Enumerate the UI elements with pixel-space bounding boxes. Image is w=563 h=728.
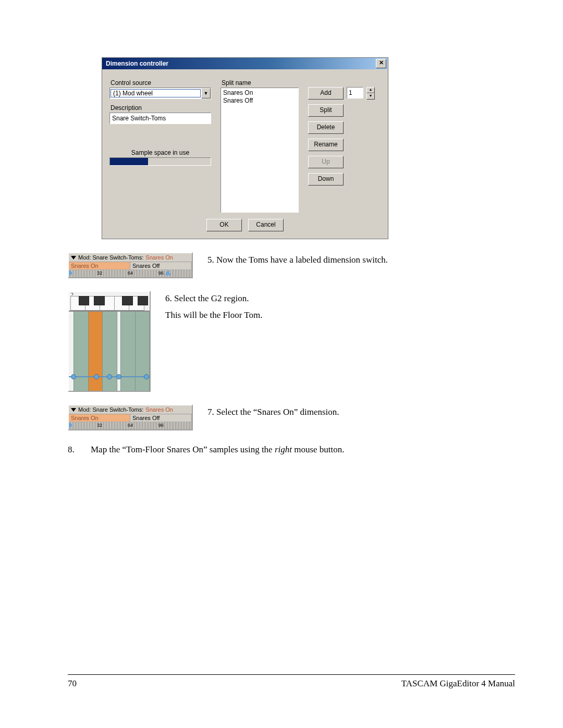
up-button[interactable]: Up: [308, 156, 344, 168]
step-8b: mouse button.: [292, 445, 345, 454]
ruler-tick: 64: [128, 270, 133, 276]
split-snares-off[interactable]: Snares Off: [130, 414, 192, 422]
split-snares-on[interactable]: Snares On: [69, 414, 130, 422]
sample-space-label: Sample space in use: [109, 149, 211, 156]
sample-space-progress: [109, 157, 211, 166]
split-name-label: Split name: [222, 79, 299, 87]
step-7-text: 7. Select the “Snares On” dimension.: [207, 404, 339, 419]
control-source-combobox[interactable]: (1) Mod wheel ▼: [109, 88, 211, 99]
split-button[interactable]: Split: [308, 104, 344, 117]
step-8a: Map the “Tom-Floor Snares On” samples us…: [91, 445, 275, 454]
description-input[interactable]: Snare Switch-Toms: [109, 113, 211, 124]
dimension-ruler: 32 64 96: [69, 269, 192, 277]
footer-rule: [68, 674, 515, 675]
step-8-number: 8.: [68, 443, 77, 456]
spinner-down-icon[interactable]: ▼: [366, 93, 375, 100]
cancel-button[interactable]: Cancel: [248, 219, 284, 231]
dialog-title-text: Dimension controller: [106, 60, 168, 67]
delete-button[interactable]: Delete: [308, 121, 344, 134]
mod-switch-label: Mod: Snare Switch-Toms:: [78, 254, 143, 261]
step-5-text: 5. Now the Toms have a labeled dimension…: [207, 252, 388, 267]
step-6-text: 6. Select the G2 region.: [165, 292, 262, 305]
ruler-tick: 32: [97, 423, 102, 428]
triangle-down-icon: [71, 408, 76, 412]
ruler-tick: 96: [158, 270, 164, 276]
dialog-titlebar: Dimension controller ✕: [102, 58, 388, 69]
control-source-label: Control source: [111, 79, 211, 87]
control-source-value: (1) Mod wheel: [111, 89, 201, 97]
ruler-tick: 96: [158, 423, 164, 428]
dimension-ruler: 32 64 96: [69, 422, 192, 429]
ok-button[interactable]: OK: [206, 219, 242, 231]
dimension-controller-dialog: Dimension controller ✕ Control source (1…: [102, 57, 388, 239]
mod-switch-state: Snares On: [145, 254, 173, 261]
chevron-down-icon[interactable]: ▼: [201, 88, 211, 98]
page-number: 70: [68, 678, 77, 689]
description-label: Description: [111, 104, 211, 112]
mod-switch-panel-2: Mod: Snare Switch-Toms: Snares On Snares…: [68, 404, 193, 430]
spinner-up-icon[interactable]: ▲: [366, 87, 375, 93]
close-icon[interactable]: ✕: [376, 59, 386, 68]
list-item[interactable]: Snares Off: [223, 97, 296, 105]
step-6b-text: This will be the Floor Tom.: [165, 309, 262, 322]
rename-button[interactable]: Rename: [308, 139, 344, 151]
mod-switch-label: Mod: Snare Switch-Toms:: [78, 406, 143, 413]
step-8: 8. Map the “Tom-Floor Snares On” samples…: [68, 443, 515, 456]
mod-switch-panel: Mod: Snare Switch-Toms: Snares On Snares…: [68, 252, 193, 278]
step-8-emph: right: [275, 445, 292, 454]
spinner-value[interactable]: 1: [347, 87, 363, 98]
ruler-tick: 32: [97, 270, 102, 276]
ruler-tick: 64: [128, 423, 133, 428]
split-name-listbox[interactable]: Snares On Snares Off: [221, 88, 299, 213]
down-button[interactable]: Down: [308, 173, 344, 186]
manual-title: TASCAM GigaEditor 4 Manual: [401, 678, 515, 689]
mod-switch-state: Snares On: [145, 406, 173, 413]
keyboard-region-panel: 2: [68, 291, 151, 392]
split-snares-on[interactable]: Snares On: [69, 262, 130, 269]
triangle-down-icon: [71, 256, 76, 260]
add-button[interactable]: Add: [308, 87, 344, 100]
list-item[interactable]: Snares On: [223, 89, 296, 97]
split-snares-off[interactable]: Snares Off: [130, 262, 192, 269]
